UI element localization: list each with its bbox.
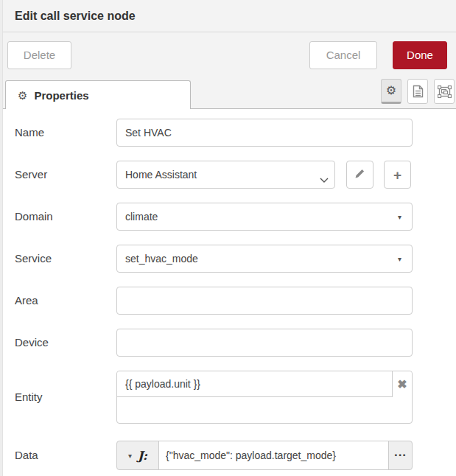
area-label: Area <box>15 287 38 315</box>
gear-icon: ⚙ <box>386 85 396 97</box>
data-type-selector[interactable]: ▾ J: <box>117 441 158 469</box>
add-server-button[interactable]: + <box>384 161 411 189</box>
tab-properties[interactable]: ⚙ Properties <box>5 80 191 109</box>
remove-entity-button[interactable]: ✖ <box>392 371 412 397</box>
domain-label: Domain <box>15 203 53 231</box>
service-input[interactable] <box>116 245 413 273</box>
dialog-header: Edit call service node <box>0 0 456 32</box>
jsonata-expression-icon: J: <box>138 449 147 463</box>
editor-tab-bar: ⚙ Properties ⚙ <box>0 71 456 109</box>
file-text-icon <box>413 85 424 98</box>
server-select-value: Home Assistant <box>125 169 197 181</box>
name-input[interactable] <box>116 119 413 147</box>
entity-label: Entity <box>15 371 43 424</box>
ellipsis-icon: ··· <box>394 448 407 462</box>
caret-down-icon: ▾ <box>128 452 132 460</box>
pencil-icon <box>354 168 365 181</box>
device-input[interactable] <box>116 329 413 357</box>
entity-input[interactable] <box>117 371 392 396</box>
domain-input[interactable] <box>116 203 413 231</box>
delete-button[interactable]: Delete <box>7 41 71 69</box>
expand-expression-button[interactable]: ··· <box>389 441 412 469</box>
data-typed-input: ▾ J: ··· <box>116 441 413 470</box>
server-select[interactable]: Home Assistant <box>116 161 335 189</box>
server-label: Server <box>15 161 47 189</box>
dialog-title: Edit call service node <box>15 0 136 32</box>
done-button[interactable]: Done <box>393 41 447 69</box>
cancel-button[interactable]: Cancel <box>309 41 377 69</box>
dialog-left-edge <box>0 0 3 476</box>
edit-server-button[interactable] <box>346 161 373 189</box>
description-tab-button[interactable] <box>407 79 428 104</box>
plus-icon: + <box>393 168 401 182</box>
name-label: Name <box>15 119 44 147</box>
edit-call-service-node-dialog: Edit call service node Delete Cancel Don… <box>0 0 456 476</box>
appearance-tab-button[interactable] <box>434 79 455 104</box>
gear-icon: ⚙ <box>18 90 27 101</box>
properties-form: Name Server Home Assistant + Domain ▾ Se… <box>0 109 456 476</box>
properties-tab-button[interactable]: ⚙ <box>381 79 401 104</box>
dialog-toolbar: Delete Cancel Done <box>0 33 456 71</box>
service-label: Service <box>15 245 52 273</box>
area-input[interactable] <box>116 287 413 315</box>
data-input-wrap <box>158 441 389 469</box>
close-icon: ✖ <box>397 378 407 391</box>
object-group-icon <box>438 85 452 98</box>
data-label: Data <box>15 441 38 470</box>
data-input[interactable] <box>159 441 388 469</box>
entity-list-empty-row <box>117 398 412 423</box>
entity-list-row: ✖ <box>117 371 412 397</box>
device-label: Device <box>15 329 49 357</box>
tab-properties-label: Properties <box>34 89 88 102</box>
entity-list: ✖ <box>116 371 413 424</box>
